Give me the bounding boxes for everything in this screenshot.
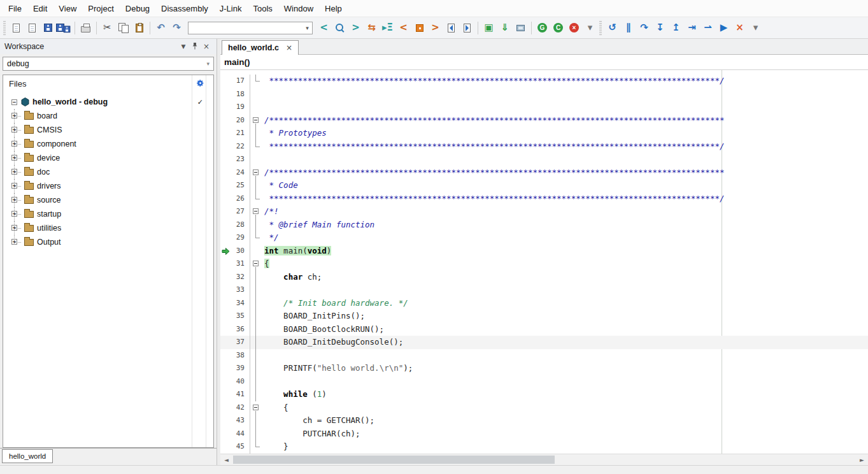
line-number[interactable]: 36 bbox=[220, 323, 250, 336]
code-line-43[interactable]: 43 ch = GETCHAR(); bbox=[220, 414, 868, 427]
code-line-28[interactable]: 28 * @brief Main function bbox=[220, 219, 868, 232]
code-line-22[interactable]: 22 *************************************… bbox=[220, 140, 868, 154]
save-button[interactable] bbox=[40, 20, 56, 36]
code-line-31[interactable]: 31{ bbox=[220, 257, 868, 271]
code-line-37[interactable]: 37 BOARD_InitDebugConsole(); bbox=[220, 336, 868, 349]
line-number[interactable]: 42 bbox=[220, 401, 250, 415]
line-number[interactable]: 23 bbox=[220, 153, 250, 166]
menu-edit[interactable]: Edit bbox=[27, 1, 53, 16]
expand-icon[interactable]: + bbox=[11, 239, 17, 245]
line-number[interactable]: 43 bbox=[220, 414, 250, 427]
make-button[interactable]: G bbox=[534, 20, 550, 36]
menu-window[interactable]: Window bbox=[278, 1, 319, 16]
fold-margin[interactable] bbox=[250, 205, 261, 219]
reset-button[interactable]: ↺ bbox=[604, 20, 620, 36]
tree-item-drivers[interactable]: +drivers bbox=[3, 179, 213, 193]
step-out-button[interactable]: ↥ bbox=[668, 20, 684, 36]
previous-bookmark-button[interactable]: < bbox=[395, 20, 411, 36]
code-line-44[interactable]: 44 PUTCHAR(ch); bbox=[220, 427, 868, 441]
line-number[interactable]: 35 bbox=[220, 310, 250, 323]
code-line-40[interactable]: 40 bbox=[220, 375, 868, 389]
code-editor[interactable]: 17 *************************************… bbox=[220, 70, 868, 454]
find-combobox[interactable]: ▾ bbox=[188, 22, 313, 34]
previous-message-button[interactable] bbox=[443, 20, 459, 36]
line-number[interactable]: 18 bbox=[220, 88, 250, 101]
go-button[interactable]: ▶ bbox=[716, 20, 732, 36]
line-number[interactable]: 45 bbox=[220, 440, 250, 454]
tree-item-board[interactable]: +board bbox=[3, 109, 213, 123]
menu-project[interactable]: Project bbox=[82, 1, 119, 16]
chevron-down-icon[interactable]: ▾ bbox=[302, 25, 312, 31]
open-document-button[interactable] bbox=[24, 20, 40, 36]
toggle-breakpoint-button[interactable] bbox=[411, 20, 427, 36]
break-button[interactable]: ∥ bbox=[620, 20, 636, 36]
line-number[interactable]: 24 bbox=[220, 166, 250, 180]
close-pane-icon[interactable]: × bbox=[201, 42, 212, 51]
code-line-34[interactable]: 34 /* Init board hardware. */ bbox=[220, 297, 868, 310]
expand-icon[interactable]: + bbox=[11, 127, 17, 133]
tree-item-output[interactable]: +Output bbox=[3, 235, 213, 249]
cut-button[interactable]: ✂ bbox=[99, 20, 115, 36]
step-over-button[interactable]: ↷ bbox=[636, 20, 652, 36]
fold-margin[interactable] bbox=[250, 257, 261, 271]
pane-menu-icon[interactable]: ▼ bbox=[178, 43, 189, 50]
workspace-bottom-tab[interactable]: hello_world bbox=[2, 449, 53, 463]
toggle-source-disassembly-button[interactable]: ⇆ bbox=[364, 20, 380, 36]
line-number[interactable]: 27 bbox=[220, 205, 250, 219]
code-line-29[interactable]: 29 */ bbox=[220, 231, 868, 245]
stop-debugging-button[interactable]: × bbox=[732, 20, 748, 36]
line-number[interactable]: 34 bbox=[220, 297, 250, 310]
find-button[interactable] bbox=[332, 20, 348, 36]
code-line-21[interactable]: 21 * Prototypes bbox=[220, 127, 868, 140]
menu-j-link[interactable]: J-Link bbox=[214, 1, 248, 16]
line-number[interactable]: 17 bbox=[220, 75, 250, 88]
menu-disassembly[interactable]: Disassembly bbox=[155, 1, 214, 16]
expand-icon[interactable]: + bbox=[11, 197, 17, 203]
code-line-20[interactable]: 20/*************************************… bbox=[220, 114, 868, 127]
new-document-button[interactable] bbox=[8, 20, 24, 36]
fold-margin[interactable] bbox=[250, 166, 261, 180]
debug-extra-button[interactable]: ▾ bbox=[748, 20, 764, 36]
editor-tab-hello-world[interactable]: hello_world.c × bbox=[222, 40, 299, 55]
horizontal-scrollbar[interactable]: ◄ ► bbox=[220, 454, 868, 465]
stop-build-button[interactable]: × bbox=[566, 20, 582, 36]
tree-item-component[interactable]: +component bbox=[3, 137, 213, 151]
scrollbar-thumb[interactable] bbox=[233, 456, 555, 464]
step-into-button[interactable]: ↧ bbox=[652, 20, 668, 36]
menu-tools[interactable]: Tools bbox=[247, 1, 278, 16]
line-number[interactable]: 19 bbox=[220, 101, 250, 114]
line-number[interactable]: 22 bbox=[220, 140, 250, 154]
scroll-left-icon[interactable]: ◄ bbox=[221, 454, 232, 465]
menu-file[interactable]: File bbox=[3, 1, 27, 16]
fold-collapse-icon[interactable] bbox=[253, 405, 259, 410]
line-number[interactable]: 33 bbox=[220, 284, 250, 297]
code-line-17[interactable]: 17 *************************************… bbox=[220, 75, 868, 88]
scroll-right-icon[interactable]: ► bbox=[857, 454, 867, 465]
tree-item-startup[interactable]: +startup bbox=[3, 207, 213, 221]
next-statement-button[interactable]: ⇥ bbox=[684, 20, 700, 36]
tree-item-device[interactable]: +device bbox=[3, 151, 213, 165]
menu-view[interactable]: View bbox=[53, 1, 82, 16]
tree-item-utilities[interactable]: +utilities bbox=[3, 221, 213, 235]
line-number[interactable]: 41 bbox=[220, 388, 250, 401]
redo-button[interactable]: ↷ bbox=[169, 20, 185, 36]
line-number[interactable]: 38 bbox=[220, 349, 250, 363]
compile-button[interactable]: C bbox=[550, 20, 566, 36]
code-line-27[interactable]: 27/*! bbox=[220, 205, 868, 219]
fold-collapse-icon[interactable] bbox=[253, 261, 259, 266]
code-line-25[interactable]: 25 * Code bbox=[220, 179, 868, 192]
pin-icon[interactable] bbox=[189, 42, 201, 51]
expand-icon[interactable]: + bbox=[11, 211, 17, 217]
line-number[interactable]: 39 bbox=[220, 362, 250, 375]
function-selector[interactable]: main() bbox=[220, 55, 868, 70]
download-and-debug-button[interactable]: ▣ bbox=[481, 20, 497, 36]
navigate-forward-button[interactable]: > bbox=[348, 20, 364, 36]
menu-debug[interactable]: Debug bbox=[120, 1, 155, 16]
save-all-button[interactable] bbox=[56, 20, 72, 36]
navigate-backward-button[interactable]: < bbox=[316, 20, 332, 36]
code-line-32[interactable]: 32 char ch; bbox=[220, 271, 868, 284]
print-button[interactable] bbox=[78, 20, 94, 36]
tree-root-project[interactable]: − hello_world - debug ✓ bbox=[3, 95, 213, 109]
tree-item-source[interactable]: +source bbox=[3, 193, 213, 207]
target-memory-button[interactable] bbox=[513, 20, 529, 36]
